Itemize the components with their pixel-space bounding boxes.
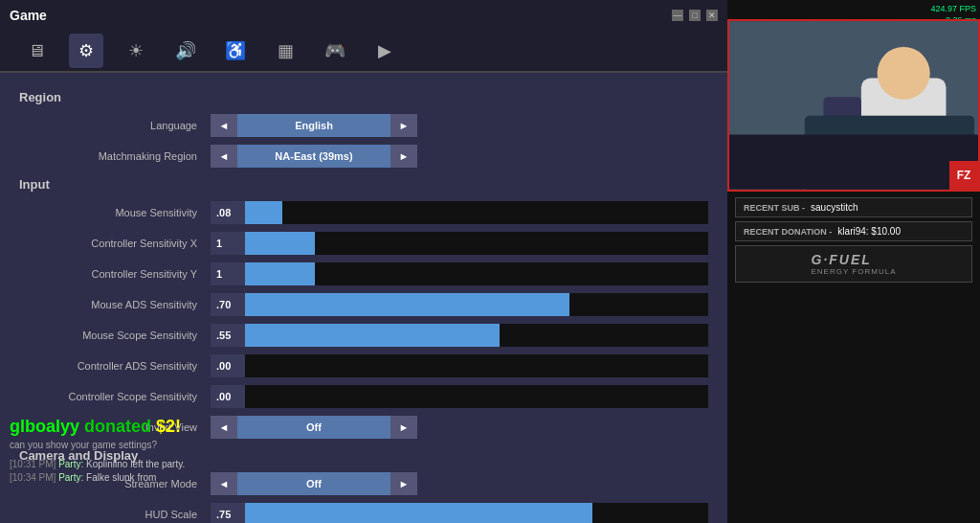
tab-accessibility[interactable]: ♿ (218, 34, 253, 68)
hud-scale-row: HUD Scale .75 (19, 501, 708, 523)
chat-user-1: Party: (58, 459, 83, 469)
chat-line-1: [10:31 PM] Party: Koplinilno left the pa… (10, 458, 354, 471)
controller-sensitivity-y-track (245, 262, 708, 285)
controller-sensitivity-x-slider[interactable]: 1 (211, 232, 708, 255)
gfuel-name: G·FUEL (812, 252, 897, 267)
matchmaking-region-next-button[interactable]: ► (390, 145, 417, 168)
region-section-header: Region (19, 90, 708, 106)
tab-play[interactable]: ▶ (368, 34, 402, 68)
streamer-mode-next-button[interactable]: ► (390, 472, 417, 495)
matchmaking-region-value: NA-East (39ms) (237, 145, 390, 168)
maximize-button[interactable]: □ (689, 10, 701, 21)
controller-scope-sensitivity-track (245, 385, 708, 408)
tab-controller[interactable]: 🎮 (318, 34, 352, 68)
language-row: Language ◄ English ► (19, 112, 708, 139)
webcam-visual (729, 21, 978, 190)
svg-point-2 (878, 47, 930, 100)
donated-word: donated (84, 417, 151, 436)
chat-question: can you show your game settings? (10, 440, 354, 450)
controller-scope-sensitivity-row: Controller Scope Sensitivity .00 (19, 383, 708, 410)
controller-ads-sensitivity-track (245, 354, 708, 377)
faze-logo-overlay: FZ (949, 161, 978, 190)
chat-msg-2: Falke slunk from (86, 472, 156, 483)
recent-donation-label: RECENT DONATION - (744, 227, 832, 237)
tab-brightness[interactable]: ☀ (119, 34, 153, 68)
controller-ads-sensitivity-label: Controller ADS Sensitivity (19, 360, 211, 372)
hud-scale-value: .75 (211, 503, 245, 523)
chat-line-2: [10:34 PM] Party: Falke slunk from (10, 471, 354, 485)
controller-ads-sensitivity-value: .00 (211, 354, 245, 377)
controller-sensitivity-y-slider[interactable]: 1 (211, 262, 708, 285)
panel-info: RECENT SUB - saucystitch RECENT DONATION… (727, 192, 980, 523)
donation-message: glboalyy donated $2! (10, 417, 354, 438)
webcam-background (729, 21, 978, 190)
language-label: Language (19, 120, 211, 131)
controller-ads-sensitivity-slider[interactable]: .00 (211, 354, 708, 377)
hud-scale-label: HUD Scale (19, 509, 211, 520)
mouse-ads-sensitivity-value: .70 (211, 293, 245, 316)
donor-name: glboalyy (10, 417, 79, 436)
title-bar: Game — □ ✕ (0, 0, 727, 31)
matchmaking-region-selector: ◄ NA-East (39ms) ► (211, 145, 417, 168)
chat-user-2: Party: (58, 472, 83, 483)
recent-donation-value: klari94: $10.00 (837, 226, 901, 237)
mouse-ads-sensitivity-label: Mouse ADS Sensitivity (19, 299, 211, 310)
tab-grid[interactable]: ▦ (268, 34, 302, 68)
hud-scale-slider[interactable]: .75 (211, 503, 708, 523)
controller-sensitivity-y-fill (245, 262, 315, 285)
chat-msg-1: Koplinilno left the party. (86, 459, 185, 469)
chat-log: [10:31 PM] Party: Koplinilno left the pa… (10, 458, 354, 485)
close-button[interactable]: ✕ (706, 10, 718, 21)
mouse-scope-sensitivity-value: .55 (211, 324, 245, 347)
invert-view-next-button[interactable]: ► (390, 416, 417, 439)
tab-monitor[interactable]: 🖥 (19, 34, 54, 68)
controller-scope-sensitivity-slider[interactable]: .00 (211, 385, 708, 408)
tab-bar: 🖥 ⚙ ☀ 🔊 ♿ ▦ 🎮 ▶ (0, 31, 727, 73)
donation-amount: $2! (156, 417, 181, 436)
input-section-header: Input (19, 177, 708, 193)
controller-sensitivity-x-track (245, 232, 708, 255)
title-bar-controls: — □ ✕ (672, 10, 718, 21)
title-bar-left: Game (10, 8, 47, 23)
chat-overlay: glboalyy donated $2! can you show your g… (10, 417, 354, 485)
fps-value: 424.97 FPS (930, 4, 976, 15)
controller-sensitivity-y-value: 1 (211, 262, 245, 285)
controller-sensitivity-x-value: 1 (211, 232, 245, 255)
tab-sound[interactable]: 🔊 (168, 34, 203, 68)
controller-sensitivity-y-label: Controller Sensitivity Y (19, 268, 211, 280)
mouse-scope-sensitivity-track (245, 324, 708, 347)
recent-sub-value: saucystitch (811, 202, 858, 213)
mouse-scope-sensitivity-row: Mouse Scope Sensitivity .55 (19, 322, 708, 349)
mouse-sensitivity-row: Mouse Sensitivity .08 (19, 199, 708, 226)
matchmaking-region-row: Matchmaking Region ◄ NA-East (39ms) ► (19, 143, 708, 170)
language-selector: ◄ English ► (211, 114, 417, 137)
controller-sensitivity-x-label: Controller Sensitivity X (19, 238, 211, 249)
svg-rect-5 (729, 135, 978, 190)
mouse-scope-sensitivity-slider[interactable]: .55 (211, 324, 708, 347)
recent-donation-row: RECENT DONATION - klari94: $10.00 (735, 221, 972, 241)
mouse-ads-sensitivity-slider[interactable]: .70 (211, 293, 708, 316)
mouse-sensitivity-slider[interactable]: .08 (211, 201, 708, 224)
mouse-sensitivity-fill (245, 201, 282, 224)
chat-timestamp-2: [10:34 PM] (10, 472, 56, 483)
tab-gear[interactable]: ⚙ (69, 34, 103, 68)
mouse-ads-sensitivity-fill (245, 293, 569, 316)
controller-scope-sensitivity-label: Controller Scope Sensitivity (19, 391, 211, 402)
mouse-ads-sensitivity-track (245, 293, 708, 316)
controller-scope-sensitivity-value: .00 (211, 385, 245, 408)
window-title: Game (10, 8, 47, 23)
controller-ads-sensitivity-row: Controller ADS Sensitivity .00 (19, 352, 708, 379)
hud-scale-fill (245, 503, 592, 523)
controller-sensitivity-x-row: Controller Sensitivity X 1 (19, 230, 708, 257)
controller-sensitivity-x-fill (245, 232, 315, 255)
webcam-box: FZ (727, 19, 980, 192)
minimize-button[interactable]: — (672, 10, 683, 21)
stream-panel: 424.97 FPS 2.36 ms FZ RECENT SUB - saucy… (727, 0, 980, 523)
mouse-ads-sensitivity-row: Mouse ADS Sensitivity .70 (19, 291, 708, 318)
language-prev-button[interactable]: ◄ (211, 114, 237, 137)
recent-sub-row: RECENT SUB - saucystitch (735, 197, 972, 217)
matchmaking-region-label: Matchmaking Region (19, 150, 211, 162)
language-next-button[interactable]: ► (390, 114, 417, 137)
matchmaking-region-prev-button[interactable]: ◄ (211, 145, 237, 168)
mouse-scope-sensitivity-fill (245, 324, 500, 347)
